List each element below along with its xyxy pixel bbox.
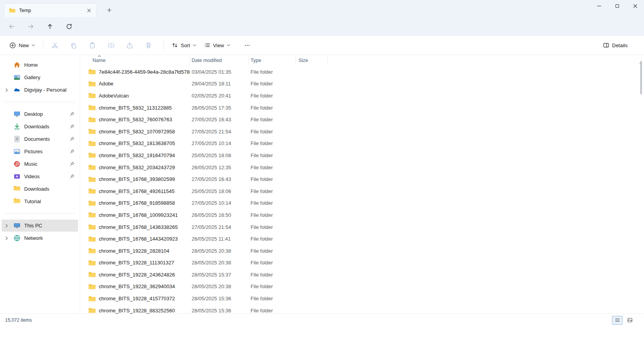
- file-row[interactable]: chrome_BITS_16768_1443420923 26/05/2025 …: [86, 233, 644, 245]
- column-header-name[interactable]: Name: [86, 57, 190, 64]
- sidebar-item-videos[interactable]: Videos: [2, 170, 78, 183]
- delete-button[interactable]: [141, 39, 156, 52]
- sidebar-item-label: Home: [24, 62, 69, 68]
- sidebar-item-documents[interactable]: Documents: [2, 133, 78, 145]
- paste-button[interactable]: [85, 39, 100, 52]
- chevron-right-icon[interactable]: [5, 224, 11, 228]
- sidebar-item-network[interactable]: Network: [2, 232, 78, 244]
- items-count: 15,072 items: [5, 317, 32, 323]
- file-date-modified: 28/05/2025 15:36: [190, 308, 249, 314]
- file-name: chrome_BITS_5832_760076763: [99, 117, 172, 122]
- file-name: chrome_BITS_5832_1813638705: [99, 140, 175, 146]
- file-type: File folder: [249, 129, 296, 135]
- column-header-size[interactable]: Size: [296, 57, 328, 64]
- file-row[interactable]: chrome_BITS_19228_2828104 28/05/2025 20:…: [86, 245, 644, 257]
- file-row[interactable]: chrome_BITS_19228_111301327 28/05/2025 2…: [86, 257, 644, 269]
- file-name: chrome_BITS_16768_918598858: [99, 200, 175, 206]
- pin-icon: [69, 149, 75, 154]
- cut-button[interactable]: [47, 39, 62, 52]
- column-header-type[interactable]: Type: [249, 57, 296, 64]
- sidebar-item-pictures[interactable]: Pictures: [2, 145, 78, 158]
- chevron-right-icon[interactable]: [5, 236, 11, 240]
- file-row[interactable]: chrome_BITS_5832_113122885 26/05/2025 17…: [86, 102, 644, 114]
- copy-button[interactable]: [66, 39, 81, 52]
- file-date-modified: 25/05/2025 18:08: [190, 152, 249, 158]
- sidebar-item-this-pc[interactable]: This PC: [2, 220, 78, 232]
- file-name: 7e84c44f-2356-4459-9e4a-28c8a7fd5788...: [99, 69, 190, 75]
- paste-icon: [89, 42, 96, 49]
- file-row[interactable]: 7e84c44f-2356-4459-9e4a-28c8a7fd5788... …: [86, 66, 644, 78]
- maximize-button[interactable]: [608, 0, 626, 12]
- sidebar-item-label: Downloads: [24, 186, 69, 192]
- file-type: File folder: [249, 93, 296, 99]
- copy-icon: [70, 42, 77, 49]
- tab-bar: Temp: [0, 0, 644, 17]
- file-row[interactable]: chrome_BITS_5832_1916470794 25/05/2025 1…: [86, 149, 644, 161]
- file-row[interactable]: chrome_BITS_19228_415770372 28/05/2025 1…: [86, 292, 644, 305]
- thumbnails-view-toggle[interactable]: [624, 316, 635, 325]
- file-row[interactable]: chrome_BITS_16768_918598858 27/05/2025 1…: [86, 197, 644, 209]
- folder-icon: [88, 176, 96, 183]
- folder-icon: [88, 200, 96, 206]
- sidebar-item-downloads[interactable]: Downloads: [2, 183, 78, 195]
- sidebar-item-desktop[interactable]: Desktop: [2, 108, 78, 120]
- rename-button[interactable]: [103, 39, 119, 52]
- file-row[interactable]: chrome_BITS_16768_393802599 27/05/2025 1…: [86, 173, 644, 185]
- new-button[interactable]: New: [5, 39, 39, 51]
- sidebar-item-home[interactable]: Home: [2, 59, 78, 71]
- file-row[interactable]: chrome_BITS_19228_362940034 28/05/2025 2…: [86, 281, 644, 293]
- back-button[interactable]: [4, 20, 19, 33]
- share-button[interactable]: [122, 39, 137, 52]
- sort-button[interactable]: Sort: [168, 39, 200, 51]
- sidebar-item-music[interactable]: Music: [2, 158, 78, 170]
- file-row[interactable]: chrome_BITS_5832_1813638705 27/05/2025 1…: [86, 138, 644, 150]
- folder-icon: [88, 296, 96, 302]
- file-date-modified: 03/04/2025 01:35: [190, 69, 249, 75]
- file-row[interactable]: chrome_BITS_16768_1009923241 26/05/2025 …: [86, 209, 644, 221]
- toolbar: New Sort View Details: [0, 36, 644, 55]
- more-options-button[interactable]: [240, 39, 255, 52]
- chevron-right-icon[interactable]: [5, 88, 11, 92]
- file-row[interactable]: chrome_BITS_5832_1070972958 27/05/2025 2…: [86, 126, 644, 138]
- file-row[interactable]: chrome_BITS_16768_492611545 25/05/2025 1…: [86, 185, 644, 197]
- close-button[interactable]: [626, 0, 644, 12]
- scrollbar-thumb[interactable]: [640, 61, 642, 94]
- file-name: chrome_BITS_19228_243624826: [99, 272, 175, 278]
- file-row[interactable]: chrome_BITS_19228_883252560 28/05/2025 1…: [86, 305, 644, 314]
- file-row[interactable]: chrome_BITS_16768_1436338265 27/05/2025 …: [86, 221, 644, 233]
- sidebar-item-gallery[interactable]: Gallery: [2, 71, 78, 83]
- view-button[interactable]: View: [200, 39, 234, 51]
- file-name: chrome_BITS_5832_113122885: [99, 105, 172, 111]
- file-row[interactable]: chrome_BITS_5832_760076763 27/05/2025 16…: [86, 113, 644, 126]
- sidebar-item-digvijay-personal[interactable]: Digvijay - Personal: [2, 84, 78, 96]
- minimize-button[interactable]: [590, 0, 608, 12]
- refresh-button[interactable]: [62, 20, 76, 33]
- file-row[interactable]: chrome_BITS_19228_243624826 28/05/2025 1…: [86, 269, 644, 281]
- file-row[interactable]: AdobeVulcan 02/05/2025 20:41 File folder: [86, 90, 644, 102]
- chevron-down-icon: [193, 44, 196, 46]
- delete-icon: [145, 42, 152, 49]
- file-row[interactable]: chrome_BITS_5832_2034243729 26/05/2025 1…: [86, 161, 644, 174]
- vertical-scrollbar[interactable]: [639, 56, 643, 314]
- share-icon: [126, 42, 133, 49]
- file-name: chrome_BITS_5832_1916470794: [99, 152, 175, 158]
- forward-button[interactable]: [23, 20, 38, 33]
- sidebar-item-label: Desktop: [24, 111, 69, 117]
- sidebar-item-label: Downloads: [24, 124, 69, 129]
- tab-temp[interactable]: Temp: [4, 3, 97, 17]
- status-bar: 15,072 items: [0, 314, 644, 326]
- file-name: chrome_BITS_19228_111301327: [99, 260, 174, 266]
- tab-close-icon[interactable]: [85, 6, 93, 15]
- column-header-date-modified[interactable]: Date modified: [190, 57, 249, 64]
- up-button[interactable]: [43, 20, 57, 33]
- file-row[interactable]: Adobe 29/04/2025 18:11 File folder: [86, 78, 644, 90]
- tab-title: Temp: [19, 8, 85, 13]
- new-tab-button[interactable]: [105, 5, 114, 15]
- file-type: File folder: [249, 236, 296, 242]
- sidebar-item-tutorial[interactable]: Tutorial: [2, 195, 78, 207]
- details-view-toggle[interactable]: [612, 316, 623, 325]
- sidebar-divider: [5, 213, 75, 214]
- file-name: chrome_BITS_19228_415770372: [99, 296, 175, 301]
- sidebar-item-downloads[interactable]: Downloads: [2, 120, 78, 133]
- details-pane-button[interactable]: Details: [599, 39, 632, 51]
